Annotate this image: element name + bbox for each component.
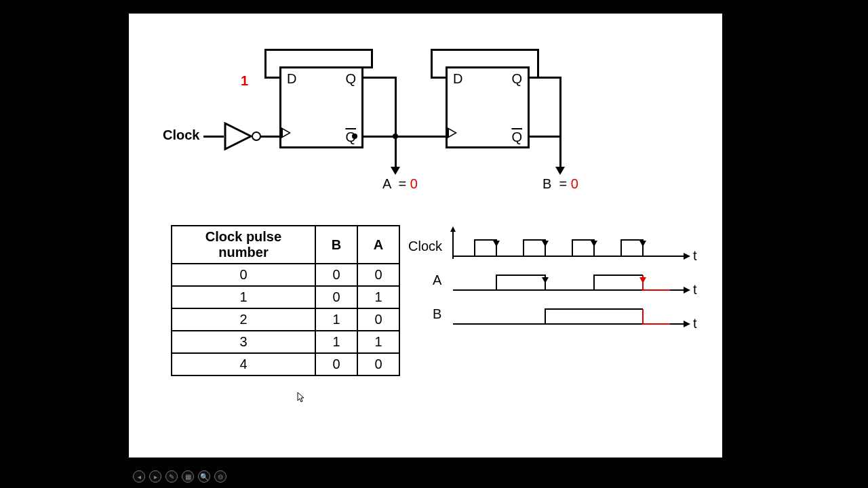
slide: Clock 1 D Q Q (129, 14, 722, 458)
wire-node (393, 134, 398, 139)
d-initial-value: 1 (241, 73, 248, 89)
wire (395, 136, 397, 168)
out-a-val: 0 (410, 176, 418, 191)
t-label: t (693, 282, 697, 298)
wire-node (352, 134, 357, 139)
th-a: A (357, 226, 399, 264)
a-waveform (450, 263, 694, 297)
flipflop-1: D Q Q (279, 66, 363, 148)
svg-marker-12 (639, 277, 646, 283)
output-b-label: B = 0 (542, 176, 578, 192)
zoom-button[interactable]: 🔍 (198, 470, 210, 483)
truth-table: Clock pulse number B A 000101210311400 (171, 225, 400, 376)
wire (260, 136, 279, 138)
svg-marker-14 (684, 321, 690, 327)
wire (361, 77, 397, 79)
table-row: 210 (172, 308, 399, 331)
wire (264, 49, 373, 51)
out-b-eq: = (559, 176, 567, 191)
table-row: 101 (172, 286, 399, 308)
svg-marker-8 (639, 241, 646, 247)
clock-edge-icon (281, 127, 291, 138)
wire (264, 77, 279, 79)
out-a-eq: = (398, 176, 406, 191)
th-b: B (315, 226, 357, 264)
svg-marker-10 (684, 287, 690, 293)
flipflop-2: D Q Q (446, 66, 530, 148)
ff-qbar-label: Q (511, 129, 522, 145)
wire (431, 49, 433, 79)
table-cell: 2 (172, 308, 315, 331)
not-bubble-icon (252, 131, 261, 141)
table-cell: 0 (315, 353, 357, 375)
presentation-controls: ◂ ▸ ✎ ▦ 🔍 ⊖ (133, 470, 226, 483)
svg-marker-4 (684, 253, 690, 260)
wire (431, 77, 446, 79)
output-a-label: A = 0 (382, 176, 418, 192)
svg-marker-5 (493, 241, 500, 247)
th-clockpulse: Clock pulse number (172, 226, 315, 264)
cursor-icon (297, 392, 305, 404)
timing-a-label: A (433, 272, 441, 288)
table-cell: 0 (172, 264, 315, 286)
table-cell: 1 (357, 286, 399, 308)
table-cell: 0 (315, 286, 357, 308)
wire (203, 136, 224, 138)
wire (528, 77, 561, 79)
out-b-val: 0 (571, 176, 578, 191)
svg-marker-0 (225, 123, 251, 149)
table-cell: 0 (357, 264, 399, 286)
arrow-down-icon (555, 167, 565, 175)
wire (537, 49, 539, 79)
timing-b-label: B (433, 306, 441, 322)
table-row: 311 (172, 331, 399, 353)
ff-q-label: Q (345, 71, 356, 87)
wire (559, 136, 561, 168)
table-cell: 1 (315, 308, 357, 331)
table-cell: 1 (172, 286, 315, 308)
table-cell: 1 (315, 331, 357, 353)
table-row: 400 (172, 353, 399, 375)
next-slide-button[interactable]: ▸ (149, 470, 161, 483)
wire (371, 49, 373, 68)
wire (264, 49, 267, 68)
timing-clock-label: Clock (408, 239, 442, 254)
wire (528, 136, 561, 138)
svg-marker-2 (450, 226, 456, 232)
wire (361, 66, 373, 68)
ff-q-label: Q (511, 71, 522, 87)
svg-marker-11 (542, 277, 549, 283)
clock-input-label: Clock (163, 127, 199, 143)
clock-waveform (450, 224, 694, 264)
wire (434, 136, 446, 138)
wire (559, 77, 561, 138)
ff-d-label: D (453, 71, 462, 87)
wire (431, 49, 539, 51)
clock-edge-icon (448, 127, 457, 138)
slides-grid-button[interactable]: ▦ (182, 470, 194, 483)
wire (361, 136, 436, 138)
table-cell: 0 (357, 308, 399, 331)
table-cell: 3 (172, 331, 315, 353)
timing-diagram: Clock t A t B (414, 224, 698, 339)
zoom-out-button[interactable]: ⊖ (214, 470, 226, 483)
t-label: t (693, 316, 697, 331)
b-waveform (450, 297, 694, 331)
table-cell: 0 (357, 353, 399, 375)
table-cell: 1 (357, 331, 399, 353)
ff-d-label: D (287, 71, 296, 87)
prev-slide-button[interactable]: ◂ (133, 470, 145, 483)
svg-marker-7 (591, 241, 597, 247)
table-cell: 0 (315, 264, 357, 286)
table-cell: 4 (172, 353, 315, 375)
pen-button[interactable]: ✎ (165, 470, 178, 483)
out-b-name: B (542, 176, 551, 191)
out-a-name: A (382, 176, 391, 191)
table-row: 000 (172, 264, 399, 286)
t-label: t (693, 248, 697, 264)
svg-marker-6 (542, 241, 549, 247)
